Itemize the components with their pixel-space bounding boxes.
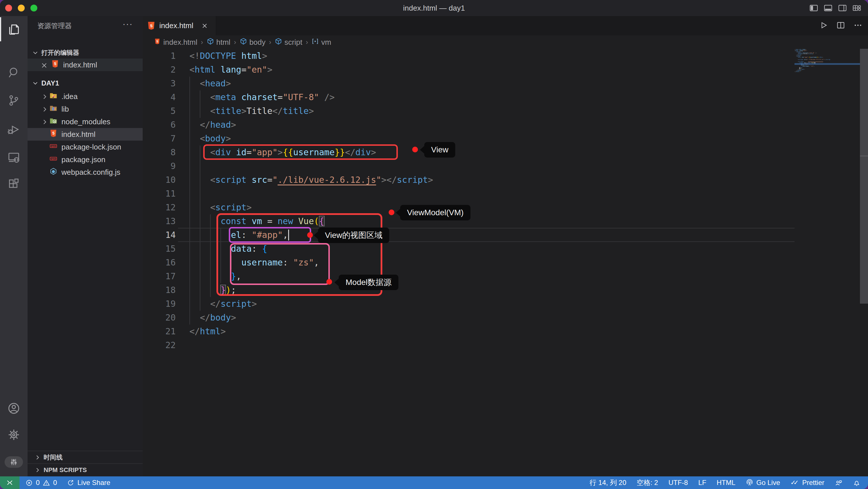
toggle-secondary-sidebar-icon[interactable] [838,3,847,14]
svg-text:npm: npm [51,158,56,160]
explorer-view-icon[interactable] [0,16,28,42]
feedback-icon[interactable] [835,479,842,487]
timeline-label: 时间线 [43,453,63,462]
toggle-primary-sidebar-icon[interactable] [809,3,818,14]
breadcrumb-item-index.html[interactable]: 5index.html [154,38,197,47]
annotation-box-model [230,243,330,285]
tree-item-.idea[interactable]: .idea [28,90,143,103]
editor-scrollbar-thumb[interactable] [860,49,868,304]
code-line-5[interactable]: 5 <title>Title</title> [143,104,794,118]
extensions-icon[interactable] [0,171,28,197]
breadcrumb-item-vm[interactable]: vm [311,38,331,47]
code-line-4[interactable]: 4 <meta charset="UTF-8" /> [143,90,794,104]
open-editors-section-header[interactable]: 打开的编辑器 [28,47,147,59]
eol-indicator[interactable]: LF [699,479,706,487]
breadcrumb-item-body[interactable]: body [240,38,266,47]
notifications-bell-icon[interactable] [853,479,861,487]
account-icon[interactable] [0,395,28,422]
breadcrumb-item-html[interactable]: html [207,38,230,47]
line-number: 22 [143,338,189,352]
minimize-window-button[interactable] [18,5,25,11]
code-line-9[interactable]: 9 [143,159,794,173]
line-number: 5 [143,104,189,118]
svg-text:5: 5 [150,23,152,28]
timeline-section-header[interactable]: 时间线 [28,452,149,463]
language-mode-indicator[interactable]: HTML [717,479,735,487]
line-number: 11 [143,187,189,201]
code-line-1[interactable]: 1<!DOCTYPE html> [143,49,794,63]
code-line-6[interactable]: 6 </head> [143,118,794,132]
minimap[interactable]: <!DOCTYPE html><html lang="en"> <head> <… [795,49,830,73]
line-number: 8 [143,145,189,159]
zoom-window-button[interactable] [30,5,37,11]
code-line-7[interactable]: 7 <body> [143,132,794,145]
annotation-label-model: Model数据源 [339,274,398,290]
code-line-3[interactable]: 3 <head> [143,77,794,90]
tree-item-lib[interactable]: lib [28,103,143,116]
encoding-indicator[interactable]: UTF-8 [669,479,688,487]
annotation-dot [307,232,313,238]
minimap-current-line-highlight [795,63,860,65]
line-col-indicator[interactable]: 行 14, 列 20 [590,478,626,487]
line-number: 4 [143,90,189,104]
file-icon: 5 [50,129,57,139]
run-debug-icon[interactable] [0,116,28,143]
breadcrumb-item-script[interactable]: script [275,38,302,47]
search-icon[interactable] [0,60,28,86]
file-icon: 5 [51,60,59,70]
file-icon: JS [50,117,57,127]
svg-text:npm: npm [51,145,56,148]
more-actions-icon[interactable] [853,20,863,31]
breadcrumb-separator: › [269,38,271,46]
code-area[interactable]: 1<!DOCTYPE html>2<html lang="en">3 <head… [143,49,794,352]
go-live-button[interactable]: Go Live [746,479,780,487]
svg-text:5: 5 [54,61,56,66]
close-window-button[interactable] [5,5,12,11]
close-tab-icon[interactable] [201,22,208,30]
code-line-11[interactable]: 11 [143,187,794,201]
tree-item-node_modules[interactable]: JSnode_modules [28,116,143,128]
symbol-variable-icon [311,38,319,47]
problems-indicator[interactable]: 0 0 [25,479,57,487]
code-line-20[interactable]: 20 </body> [143,311,794,325]
code-line-2[interactable]: 2<html lang="en"> [143,63,794,77]
open-editor-item-index.html[interactable]: 5index.html [28,59,143,71]
npm-scripts-section-header[interactable]: NPM SCRIPTS [28,464,149,476]
remote-explorer-icon[interactable] [0,144,28,171]
sidebar-more-actions-icon[interactable]: ··· [123,19,133,29]
code-line-19[interactable]: 19 </script> [143,297,794,311]
remote-icon [6,479,14,487]
title-bar: index.html — day1 [0,0,868,16]
indentation-indicator[interactable]: 空格: 2 [637,478,658,487]
code-line-10[interactable]: 10 <script src="./lib/vue-2.6.12.js"></s… [143,173,794,187]
customize-layout-icon[interactable] [852,3,862,14]
code-line-21[interactable]: 21</html> [143,325,794,338]
project-folder-label: DAY1 [41,79,59,87]
sidebar-title: 资源管理器 [37,21,72,30]
section-divider [28,451,143,451]
breadcrumb-separator: › [201,38,203,46]
open-editors-label: 打开的编辑器 [41,48,79,57]
error-icon [25,479,33,487]
settings-gear-icon[interactable] [0,422,28,448]
source-control-icon[interactable] [0,87,28,113]
remote-indicator[interactable] [0,477,20,489]
double-check-icon: ✓✓ [790,479,797,486]
close-editor-icon[interactable] [40,61,47,68]
run-file-icon[interactable] [818,20,828,31]
toggle-panel-icon[interactable] [823,3,833,14]
prettier-button[interactable]: ✓✓ Prettier [790,479,825,487]
line-number: 6 [143,118,189,132]
live-share-button[interactable]: Live Share [67,479,111,487]
line-number: 20 [143,311,189,325]
tune-icon[interactable] [5,456,23,468]
prettier-label: Prettier [802,479,825,487]
split-editor-icon[interactable] [836,20,846,31]
tab-index-html[interactable]: 5 index.html [143,16,216,35]
code-line-22[interactable]: 22 [143,338,794,352]
project-folder-header[interactable]: DAY1 [28,77,147,89]
symbol-element-icon [275,38,282,47]
chevron-right-icon [41,105,48,113]
chevron-right-icon [34,454,41,461]
svg-text:JS: JS [53,121,56,123]
